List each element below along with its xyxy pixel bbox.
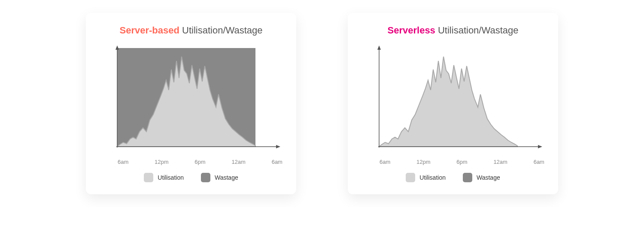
server-based-title: Server-based Utilisation/Wastage [100,25,283,36]
title-accent: Serverless [388,25,435,36]
legend-right: Utilisation Wastage [361,165,544,182]
swatch-icon [144,173,153,182]
legend-label: Utilisation [158,174,184,181]
legend-label: Utilisation [419,174,446,181]
tick-label: 6pm [456,159,467,165]
tick-label: 6am [272,159,283,165]
legend-item-utilisation: Utilisation [144,173,184,182]
tick-label: 6pm [194,159,205,165]
x-ticks-right: 6am 12pm 6pm 12am 6am [370,155,544,165]
serverless-title: Serverless Utilisation/Wastage [361,25,544,36]
area-chart-right [370,44,544,155]
tick-label: 6am [118,159,128,165]
title-rest: Utilisation/Wastage [438,25,518,36]
swatch-icon [463,173,472,182]
legend-item-wastage: Wastage [201,173,238,182]
tick-label: 12pm [416,159,431,165]
legend-label: Wastage [477,174,500,181]
x-ticks-left: 6am 12pm 6pm 12am 6am [108,155,283,165]
server-based-card: Server-based Utilisation/Wastage 6am 12p… [86,13,296,194]
chart-container-right: 6am 12pm 6pm 12am 6am [361,44,544,165]
area-chart-left [108,44,283,155]
legend-item-wastage: Wastage [463,173,500,182]
legend-label: Wastage [215,174,238,181]
chart-container-left: 6am 12pm 6pm 12am 6am [100,44,283,165]
swatch-icon [201,173,210,182]
legend-item-utilisation: Utilisation [406,173,446,182]
tick-label: 12am [231,159,246,165]
y-axis-arrow-icon [115,45,119,50]
swatch-icon [406,173,415,182]
x-axis-arrow-icon [276,145,280,148]
tick-label: 6am [534,159,544,165]
utilisation-area [379,57,517,147]
title-accent: Server-based [119,25,179,36]
x-axis-arrow-icon [538,145,542,148]
serverless-card: Serverless Utilisation/Wastage 6am 12pm … [348,13,558,194]
tick-label: 6am [380,159,390,165]
tick-label: 12am [493,159,507,165]
legend-left: Utilisation Wastage [100,165,283,182]
y-axis-arrow-icon [377,45,381,50]
title-rest: Utilisation/Wastage [182,25,262,36]
tick-label: 12pm [155,159,169,165]
